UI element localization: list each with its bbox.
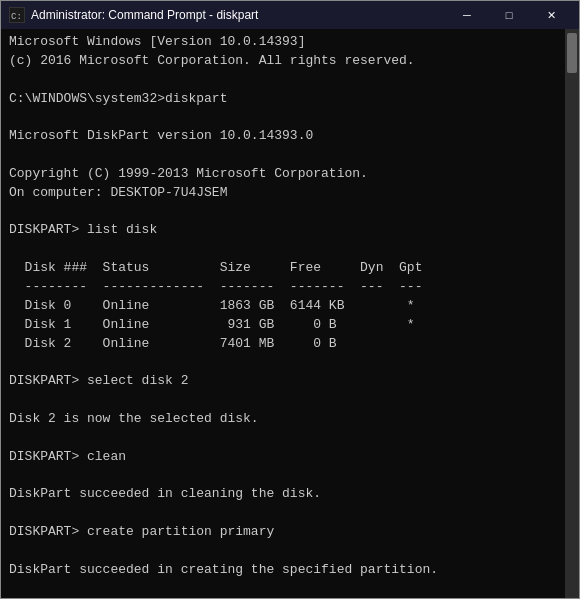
titlebar-buttons: ─ □ ✕	[447, 4, 571, 26]
console-area: Microsoft Windows [Version 10.0.14393] (…	[1, 29, 579, 598]
maximize-button[interactable]: □	[489, 4, 529, 26]
scrollbar-thumb[interactable]	[567, 33, 577, 73]
titlebar: C: Administrator: Command Prompt - diskp…	[1, 1, 579, 29]
cmd-icon: C:	[9, 7, 25, 23]
close-button[interactable]: ✕	[531, 4, 571, 26]
scrollbar[interactable]	[565, 29, 579, 598]
titlebar-left: C: Administrator: Command Prompt - diskp…	[9, 7, 258, 23]
svg-text:C:: C:	[11, 12, 22, 22]
minimize-button[interactable]: ─	[447, 4, 487, 26]
window: C: Administrator: Command Prompt - diskp…	[0, 0, 580, 599]
cmd-icon-svg: C:	[10, 8, 24, 22]
window-title: Administrator: Command Prompt - diskpart	[31, 8, 258, 22]
console-output[interactable]: Microsoft Windows [Version 10.0.14393] (…	[1, 29, 565, 598]
